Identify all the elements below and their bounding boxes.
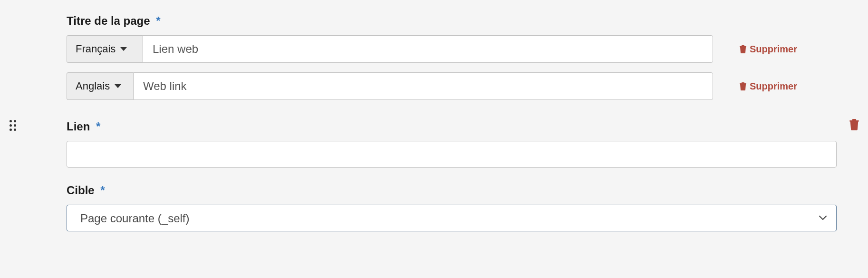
- link-section: Lien *: [67, 120, 837, 168]
- page-title-label: Titre de la page *: [67, 14, 837, 28]
- caret-down-icon: [120, 47, 127, 51]
- drag-handle-icon[interactable]: [10, 120, 20, 130]
- link-label: Lien *: [67, 120, 837, 133]
- trash-icon: [739, 82, 747, 90]
- title-row-en: Anglais Supprimer: [67, 72, 837, 100]
- drag-handle-column: [10, 120, 20, 130]
- label-text: Cible: [67, 184, 95, 197]
- required-mark: *: [96, 120, 100, 133]
- label-text: Titre de la page: [67, 14, 150, 27]
- trash-icon[interactable]: [849, 118, 859, 130]
- required-mark: *: [156, 14, 160, 27]
- delete-row-button-fr[interactable]: Supprimer: [739, 44, 797, 55]
- target-select[interactable]: Page courante (_self): [67, 205, 837, 231]
- delete-label: Supprimer: [750, 44, 797, 55]
- language-label: Français: [76, 43, 116, 55]
- language-dropdown-fr[interactable]: Français: [67, 35, 143, 63]
- language-dropdown-en[interactable]: Anglais: [67, 72, 133, 100]
- link-input[interactable]: [67, 141, 837, 168]
- target-label: Cible *: [67, 184, 837, 197]
- title-input-en[interactable]: [133, 72, 713, 100]
- target-select-wrap: Page courante (_self): [67, 205, 837, 231]
- trash-icon: [739, 45, 747, 53]
- form-item-block: Titre de la page * Français Supprimer An…: [0, 0, 868, 250]
- content-area: Titre de la page * Français Supprimer An…: [67, 14, 837, 231]
- delete-row-button-en[interactable]: Supprimer: [739, 81, 797, 92]
- title-row-fr: Français Supprimer: [67, 35, 837, 63]
- caret-down-icon: [115, 84, 121, 88]
- delete-label: Supprimer: [750, 81, 797, 92]
- target-section: Cible * Page courante (_self): [67, 184, 837, 231]
- delete-item-column: [849, 118, 859, 132]
- language-label: Anglais: [76, 80, 110, 92]
- required-mark: *: [100, 184, 105, 197]
- title-input-fr[interactable]: [143, 35, 713, 63]
- label-text: Lien: [67, 120, 90, 133]
